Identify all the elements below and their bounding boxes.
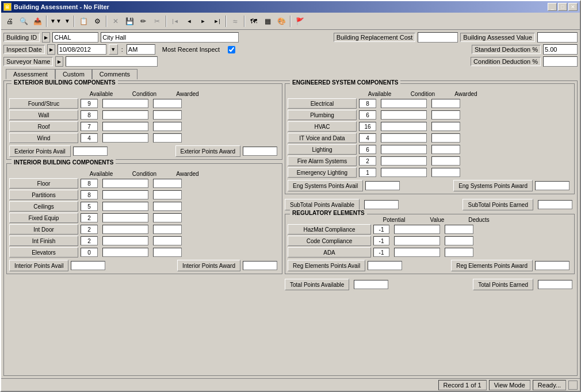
eng-row-5-condition[interactable]	[381, 156, 427, 166]
delete-button[interactable]: ✕	[109, 15, 122, 28]
subtotal-avail-button[interactable]: SubTotal Points Available	[285, 199, 360, 210]
building-id-input[interactable]	[52, 32, 98, 43]
eng-row-1-awarded[interactable]	[431, 110, 460, 120]
int-row-2-available[interactable]	[81, 202, 98, 211]
eng-row-5-awarded[interactable]	[431, 156, 460, 166]
eng-row-6-available[interactable]	[359, 168, 376, 177]
filter-dropdown[interactable]: ▼	[63, 15, 71, 28]
exterior-points-avail-input[interactable]	[73, 147, 108, 156]
reg-row-2-deducts[interactable]	[445, 248, 473, 257]
palette-button[interactable]: 🎨	[275, 15, 288, 28]
eng-row-3-awarded[interactable]	[431, 133, 460, 143]
eng-points-avail-input[interactable]	[365, 181, 400, 190]
minimize-button[interactable]: _	[548, 3, 557, 11]
most-recent-checkbox[interactable]	[228, 46, 235, 53]
reg-row-2-value[interactable]	[394, 248, 440, 257]
int-row-3-available[interactable]	[81, 213, 98, 222]
eng-row-0-awarded[interactable]	[431, 99, 460, 108]
eng-row-1-condition[interactable]	[381, 110, 427, 120]
int-row-4-available[interactable]	[81, 225, 98, 234]
filter-button[interactable]: ▼▼	[49, 15, 62, 28]
reg-points-avail-input[interactable]	[368, 261, 402, 270]
reg-row-0-potential[interactable]	[373, 225, 389, 234]
nav-next-button[interactable]: ►	[197, 15, 209, 28]
int-row-5-available[interactable]	[81, 236, 98, 245]
int-row-5-condition[interactable]	[102, 236, 148, 245]
nav-prev-button[interactable]: ◄	[183, 15, 196, 28]
eng-row-1-available[interactable]	[359, 110, 376, 120]
int-row-3-awarded[interactable]	[153, 213, 182, 222]
surveyor-input[interactable]	[66, 56, 158, 67]
int-row-2-condition[interactable]	[102, 202, 148, 211]
copy-button[interactable]: 📋	[77, 15, 90, 28]
eng-row-0-available[interactable]	[359, 99, 376, 108]
ext-row-2-available[interactable]	[81, 122, 98, 131]
eng-points-award-input[interactable]	[535, 181, 569, 190]
subtotal-earned-button[interactable]: SubTotal Points Earned	[462, 199, 533, 210]
standard-deduction-input[interactable]	[543, 44, 578, 55]
ext-row-2-condition[interactable]	[102, 122, 148, 131]
int-row-0-available[interactable]	[81, 179, 98, 188]
interior-points-avail-button[interactable]: Interior Points Avail	[9, 260, 68, 271]
eng-row-5-available[interactable]	[359, 156, 376, 166]
reg-row-1-value[interactable]	[394, 236, 440, 245]
exterior-points-award-input[interactable]	[243, 147, 277, 156]
int-row-5-awarded[interactable]	[153, 236, 182, 245]
eng-row-2-available[interactable]	[359, 122, 376, 131]
reg-row-0-deducts[interactable]	[445, 225, 473, 234]
eng-row-6-awarded[interactable]	[431, 168, 460, 177]
reg-points-award-button[interactable]: Reg Elements Points Award	[451, 260, 533, 271]
reg-row-2-potential[interactable]	[373, 248, 389, 257]
ext-row-3-available[interactable]	[81, 133, 98, 143]
int-row-6-condition[interactable]	[102, 248, 148, 257]
ext-row-1-awarded[interactable]	[153, 110, 182, 120]
int-row-1-available[interactable]	[81, 190, 98, 199]
assessed-value-input[interactable]	[537, 32, 578, 43]
eng-row-3-condition[interactable]	[381, 133, 427, 143]
inspect-date-input[interactable]	[58, 44, 106, 55]
int-row-1-condition[interactable]	[102, 190, 148, 199]
inspect-time-input[interactable]	[127, 44, 155, 55]
exterior-points-award-button[interactable]: Exterior Points Award	[175, 145, 240, 157]
export-button[interactable]: 📤	[31, 15, 44, 28]
eng-row-3-available[interactable]	[359, 133, 376, 143]
ext-row-0-awarded[interactable]	[153, 99, 182, 108]
exterior-points-avail-button[interactable]: Exterior Points Avail	[9, 145, 71, 157]
tab-assessment[interactable]: Assessment	[6, 69, 55, 79]
nav-first-button[interactable]: |◄	[169, 15, 182, 28]
ext-row-3-condition[interactable]	[102, 133, 148, 143]
reg-row-1-potential[interactable]	[373, 236, 389, 245]
close-button[interactable]: ✕	[568, 3, 578, 11]
print-button[interactable]: 🖨	[3, 15, 16, 28]
map-button[interactable]: 🗺	[247, 15, 260, 28]
eng-points-avail-button[interactable]: Eng Systems Points Avail	[288, 180, 363, 191]
ext-row-0-available[interactable]	[81, 99, 98, 108]
ext-row-3-awarded[interactable]	[153, 133, 182, 143]
replacement-cost-input[interactable]	[418, 32, 458, 43]
condition-deduction-input[interactable]	[543, 56, 578, 67]
int-row-4-condition[interactable]	[102, 225, 148, 234]
int-row-0-condition[interactable]	[102, 179, 148, 188]
int-row-3-condition[interactable]	[102, 213, 148, 222]
int-row-4-awarded[interactable]	[153, 225, 182, 234]
subtotal-earned-input[interactable]	[538, 200, 572, 209]
eng-row-0-condition[interactable]	[381, 99, 427, 108]
nav-last-button[interactable]: ►|	[211, 15, 223, 28]
interior-points-avail-input[interactable]	[71, 261, 105, 270]
layers-button[interactable]: ▦	[261, 15, 274, 28]
add-button[interactable]: ≈	[229, 15, 242, 28]
int-row-2-awarded[interactable]	[153, 202, 182, 211]
interior-points-award-button[interactable]: Interior Points Award	[177, 260, 240, 271]
int-row-6-available[interactable]	[81, 248, 98, 257]
total-avail-input[interactable]	[354, 280, 388, 289]
int-row-0-awarded[interactable]	[153, 179, 182, 188]
eng-row-4-condition[interactable]	[381, 145, 427, 154]
eng-row-4-awarded[interactable]	[431, 145, 460, 154]
save-button[interactable]: 💾	[123, 15, 136, 28]
ext-row-0-condition[interactable]	[102, 99, 148, 108]
reg-row-0-value[interactable]	[394, 225, 440, 234]
interior-points-award-input[interactable]	[243, 261, 277, 270]
eng-row-4-available[interactable]	[359, 145, 376, 154]
int-row-1-awarded[interactable]	[153, 190, 182, 199]
eng-row-2-awarded[interactable]	[431, 122, 460, 131]
